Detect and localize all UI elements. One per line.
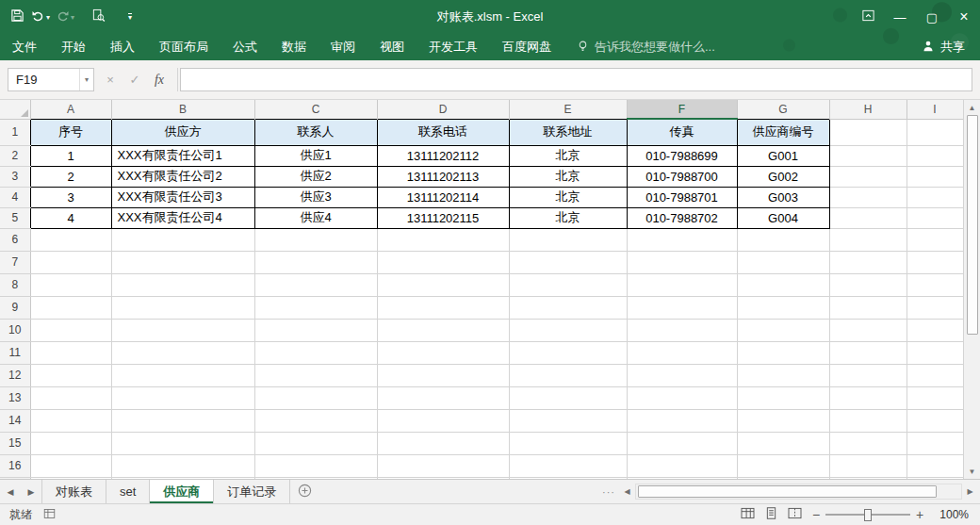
ribbon-tab-审阅[interactable]: 审阅 <box>318 34 368 60</box>
cell-E16[interactable] <box>509 454 627 477</box>
column-header-H[interactable]: H <box>829 100 906 119</box>
new-sheet-button[interactable] <box>290 480 318 503</box>
maximize-button[interactable]: ▢ <box>916 0 948 34</box>
cell-G5[interactable]: G004 <box>737 207 829 228</box>
cell-I7[interactable] <box>906 251 963 273</box>
cell-H12[interactable] <box>829 364 906 386</box>
cell-D4[interactable]: 13111202114 <box>377 187 509 207</box>
row-header-15[interactable]: 15 <box>0 432 30 454</box>
cell-A5[interactable]: 4 <box>30 207 111 228</box>
ribbon-tab-数据[interactable]: 数据 <box>270 34 318 60</box>
zoom-level[interactable]: 100% <box>929 508 972 521</box>
cell-E2[interactable]: 北京 <box>509 145 627 166</box>
sheet-tab-订单记录[interactable]: 订单记录 <box>214 480 290 503</box>
cell-I4[interactable] <box>906 187 963 207</box>
cell-B7[interactable] <box>111 251 254 273</box>
cell-E11[interactable] <box>509 341 627 364</box>
cell-E4[interactable]: 北京 <box>509 187 627 207</box>
cell-C9[interactable] <box>254 296 377 319</box>
column-header-C[interactable]: C <box>254 100 377 119</box>
save-button[interactable] <box>6 4 28 30</box>
cell-A8[interactable] <box>30 273 111 296</box>
cell-A11[interactable] <box>30 341 111 364</box>
column-header-G[interactable]: G <box>737 100 829 119</box>
cell-A16[interactable] <box>30 454 111 477</box>
cell-C11[interactable] <box>254 341 377 364</box>
hscroll-left-icon[interactable]: ◀ <box>619 484 635 500</box>
row-header-8[interactable]: 8 <box>0 273 30 296</box>
cell-B4[interactable]: XXX有限责任公司3 <box>111 187 254 207</box>
cell-F3[interactable]: 010-7988700 <box>627 166 737 187</box>
share-button[interactable]: 共享 <box>906 34 980 60</box>
cell-H4[interactable] <box>829 187 906 207</box>
cell-D16[interactable] <box>377 454 509 477</box>
cell-E1[interactable]: 联系地址 <box>509 119 627 145</box>
redo-button[interactable]: ▾ <box>53 4 77 30</box>
cell-G3[interactable]: G002 <box>737 166 829 187</box>
formula-input[interactable] <box>180 68 972 91</box>
cell-D10[interactable] <box>377 319 509 341</box>
insert-function-button[interactable]: fx <box>147 68 172 91</box>
column-header-F[interactable]: F <box>627 100 737 119</box>
column-header-A[interactable]: A <box>30 100 111 119</box>
cell-F12[interactable] <box>627 364 737 386</box>
cell-C2[interactable]: 供应1 <box>254 145 377 166</box>
cell-D7[interactable] <box>377 251 509 273</box>
ribbon-tab-视图[interactable]: 视图 <box>368 34 416 60</box>
scroll-down-icon[interactable]: ▼ <box>964 464 980 479</box>
row-header-16[interactable]: 16 <box>0 454 30 477</box>
cell-I14[interactable] <box>906 409 963 432</box>
cell-G13[interactable] <box>737 386 829 409</box>
row-header-12[interactable]: 12 <box>0 364 30 386</box>
zoom-slider-thumb[interactable] <box>864 509 872 521</box>
cell-H16[interactable] <box>829 454 906 477</box>
cell-I5[interactable] <box>906 207 963 228</box>
cell-B15[interactable] <box>111 432 254 454</box>
sheet-tab-供应商[interactable]: 供应商 <box>150 480 214 503</box>
cell-F7[interactable] <box>627 251 737 273</box>
cell-I9[interactable] <box>906 296 963 319</box>
column-header-I[interactable]: I <box>906 100 963 119</box>
cell-B10[interactable] <box>111 319 254 341</box>
cell-H10[interactable] <box>829 319 906 341</box>
cell-B11[interactable] <box>111 341 254 364</box>
cell-G15[interactable] <box>737 432 829 454</box>
cell-D8[interactable] <box>377 273 509 296</box>
normal-view-button[interactable] <box>736 505 760 525</box>
undo-dropdown-icon[interactable]: ▾ <box>46 13 50 22</box>
cell-E6[interactable] <box>509 228 627 251</box>
vertical-scrollbar[interactable]: ▲ ▼ <box>963 100 980 479</box>
row-header-4[interactable]: 4 <box>0 187 30 207</box>
ribbon-tab-百度网盘[interactable]: 百度网盘 <box>490 34 564 60</box>
row-header-7[interactable]: 7 <box>0 251 30 273</box>
cell-D2[interactable]: 13111202112 <box>377 145 509 166</box>
cell-E14[interactable] <box>509 409 627 432</box>
cell-G10[interactable] <box>737 319 829 341</box>
name-box-dropdown-icon[interactable]: ▾ <box>79 69 93 90</box>
cell-E7[interactable] <box>509 251 627 273</box>
cell-G2[interactable]: G001 <box>737 145 829 166</box>
cell-E12[interactable] <box>509 364 627 386</box>
cell-F2[interactable]: 010-7988699 <box>627 145 737 166</box>
cell-I2[interactable] <box>906 145 963 166</box>
cell-H9[interactable] <box>829 296 906 319</box>
cell-G11[interactable] <box>737 341 829 364</box>
cell-F11[interactable] <box>627 341 737 364</box>
cell-C12[interactable] <box>254 364 377 386</box>
ribbon-tab-页面布局[interactable]: 页面布局 <box>147 34 220 60</box>
undo-button[interactable]: ▾ <box>28 4 53 30</box>
minimize-button[interactable]: — <box>884 0 916 34</box>
cell-A10[interactable] <box>30 319 111 341</box>
close-button[interactable]: × <box>948 0 980 34</box>
cell-H6[interactable] <box>829 228 906 251</box>
row-header-14[interactable]: 14 <box>0 409 30 432</box>
cell-D3[interactable]: 13111202113 <box>377 166 509 187</box>
cell-H2[interactable] <box>829 145 906 166</box>
cell-H14[interactable] <box>829 409 906 432</box>
cell-B3[interactable]: XXX有限责任公司2 <box>111 166 254 187</box>
ribbon-tab-插入[interactable]: 插入 <box>98 34 147 60</box>
cell-A6[interactable] <box>30 228 111 251</box>
row-header-2[interactable]: 2 <box>0 145 30 166</box>
cell-B14[interactable] <box>111 409 254 432</box>
cell-F15[interactable] <box>627 432 737 454</box>
